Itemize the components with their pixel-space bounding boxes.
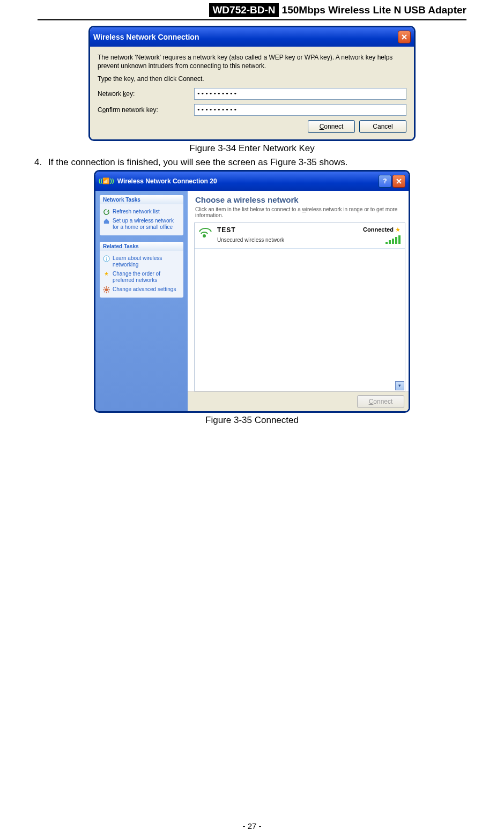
svg-rect-7 — [395, 237, 397, 244]
svg-rect-6 — [392, 239, 394, 244]
step-4-num: 4. — [34, 157, 48, 168]
dialog1-text2: Type the key, and then click Connect. — [98, 75, 406, 83]
refresh-icon — [103, 209, 110, 216]
dialog2-title: Wireless Network Connection 20 — [117, 177, 217, 185]
network-status: Connected — [363, 226, 394, 233]
chevron-down-icon[interactable]: ▾ — [395, 381, 404, 390]
network-item-test[interactable]: TEST Unsecured wireless network Connecte… — [195, 223, 405, 249]
info-icon: i — [103, 255, 110, 262]
svg-point-3 — [203, 234, 206, 238]
dialog1-titlebar[interactable]: Wireless Network Connection — [90, 27, 414, 47]
header-code: WD752-BD-N — [209, 3, 278, 17]
change-advanced-link[interactable]: Change advanced settings — [103, 286, 180, 293]
signal-icon — [199, 226, 213, 241]
step-4: 4. If the connection is finished, you wi… — [38, 157, 466, 168]
home-icon — [103, 218, 110, 225]
step-4-text: If the connection is finished, you will … — [48, 157, 466, 168]
dialog2-titlebar[interactable]: ((📶)) Wireless Network Connection 20 ? — [95, 172, 409, 191]
star-icon: ★ — [103, 271, 110, 278]
sidebar: Network Tasks Refresh network list — [95, 191, 188, 411]
related-tasks-head: Related Tasks — [100, 242, 183, 251]
refresh-network-list-link[interactable]: Refresh network list — [103, 209, 180, 216]
connect-button[interactable]: Connect — [308, 120, 355, 133]
connect-button-disabled: Connect — [357, 395, 404, 408]
svg-rect-5 — [389, 240, 391, 244]
network-name: TEST — [217, 226, 359, 234]
confirm-key-label: Confirm network key: — [98, 106, 194, 114]
related-tasks-group: Related Tasks i Learn about wireless net… — [100, 242, 183, 298]
dialog1-text1: The network 'Network' requires a network… — [98, 53, 406, 70]
change-order-link[interactable]: ★ Change the order of preferred networks — [103, 271, 180, 284]
svg-rect-8 — [398, 235, 401, 244]
wireless-icon: ((📶)) — [99, 177, 114, 184]
star-icon: ★ — [395, 226, 401, 233]
page-number: - 27 - — [0, 821, 504, 830]
confirm-key-input[interactable]: •••••••••• — [194, 104, 406, 116]
figure-caption-1: Figure 3-34 Enter Network Key — [38, 143, 466, 154]
gear-icon — [103, 286, 110, 293]
choose-network-heading: Choose a wireless network — [195, 195, 403, 204]
doc-header: WD752-BD-N 150Mbps Wireless Lite N USB A… — [0, 0, 504, 19]
dialog-enter-key: Wireless Network Connection The network … — [88, 26, 416, 141]
network-tasks-head: Network Tasks — [100, 195, 183, 204]
close-icon[interactable] — [398, 31, 411, 43]
close-icon[interactable] — [392, 175, 405, 188]
figure-caption-2: Figure 3-35 Connected — [38, 415, 466, 426]
network-key-label: Network key: — [98, 90, 194, 98]
network-tasks-group: Network Tasks Refresh network list — [100, 195, 183, 235]
svg-rect-4 — [386, 242, 388, 244]
network-desc: Unsecured wireless network — [217, 237, 359, 243]
dialog1-title: Wireless Network Connection — [93, 33, 199, 41]
choose-network-sub: Click an item in the list below to conne… — [195, 206, 403, 218]
network-key-input[interactable]: •••••••••• — [194, 88, 406, 100]
signal-strength-icon — [363, 235, 401, 245]
dialog-connected: ((📶)) Wireless Network Connection 20 ? N… — [94, 170, 410, 413]
main-content: Choose a wireless network Click an item … — [188, 191, 409, 411]
help-icon[interactable]: ? — [379, 175, 391, 188]
header-desc: 150Mbps Wireless Lite N USB Adapter — [282, 4, 466, 16]
network-list[interactable]: TEST Unsecured wireless network Connecte… — [194, 223, 405, 391]
learn-wireless-link[interactable]: i Learn about wireless networking — [103, 255, 180, 269]
setup-wireless-link[interactable]: Set up a wireless network for a home or … — [103, 218, 180, 231]
svg-point-2 — [105, 288, 108, 291]
cancel-button[interactable]: Cancel — [359, 120, 406, 133]
